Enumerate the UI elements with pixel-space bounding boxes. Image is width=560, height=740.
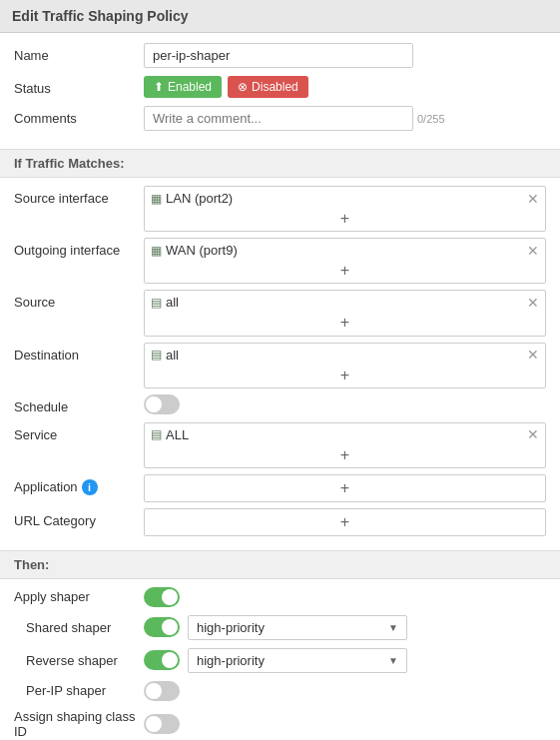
source-interface-value: LAN (port2) (166, 191, 523, 206)
page-title: Edit Traffic Shaping Policy (0, 0, 560, 33)
reverse-shaper-toggle[interactable] (144, 650, 180, 670)
service-remove[interactable]: ✕ (527, 427, 539, 441)
reverse-shaper-label: Reverse shaper (14, 653, 144, 668)
application-info-icon[interactable]: i (82, 479, 98, 495)
source-value: all (166, 295, 523, 310)
reverse-shaper-value: high-priority (197, 653, 265, 668)
then-header: Then: (0, 550, 560, 579)
apply-shaper-label: Apply shaper (14, 589, 144, 604)
url-category-label: URL Category (14, 508, 144, 528)
service-box: ▤ ALL ✕ + (144, 422, 546, 468)
application-add[interactable]: + (151, 478, 539, 497)
if-traffic-header: If Traffic Matches: (0, 149, 560, 178)
apply-shaper-toggle[interactable] (144, 587, 180, 607)
source-interface-box: ▦ LAN (port2) ✕ + (144, 186, 546, 232)
destination-add[interactable]: + (151, 366, 539, 384)
enabled-up-icon: ⬆ (154, 80, 164, 94)
schedule-toggle[interactable] (144, 394, 180, 414)
shared-shaper-arrow-icon: ▼ (388, 622, 398, 633)
shared-shaper-label: Shared shaper (14, 620, 144, 635)
comments-label: Comments (14, 106, 144, 126)
enabled-button[interactable]: ⬆ Enabled (144, 76, 222, 98)
comments-input[interactable] (144, 106, 413, 131)
outgoing-interface-box: ▦ WAN (port9) ✕ + (144, 238, 546, 284)
source-interface-remove[interactable]: ✕ (527, 192, 539, 206)
name-input[interactable] (144, 43, 413, 68)
assign-shaping-toggle[interactable] (144, 714, 180, 734)
application-box: + (144, 474, 546, 502)
name-label: Name (14, 43, 144, 63)
schedule-label: Schedule (14, 394, 144, 414)
reverse-shaper-arrow-icon: ▼ (388, 655, 398, 666)
shared-shaper-value: high-priority (197, 620, 265, 635)
outgoing-interface-add[interactable]: + (151, 261, 539, 280)
source-box: ▤ all ✕ + (144, 290, 546, 336)
destination-remove[interactable]: ✕ (527, 348, 539, 362)
url-category-add[interactable]: + (151, 512, 539, 531)
status-label: Status (14, 76, 144, 96)
source-add[interactable]: + (151, 313, 539, 332)
assign-shaping-label: Assign shaping class ID (14, 709, 144, 739)
reverse-shaper-dropdown[interactable]: high-priority ▼ (188, 648, 407, 673)
source-interface-icon: ▦ (151, 192, 162, 206)
service-icon: ▤ (151, 427, 162, 441)
source-interface-add[interactable]: + (151, 209, 539, 228)
char-count: 0/255 (417, 113, 445, 125)
outgoing-interface-remove[interactable]: ✕ (527, 244, 539, 258)
service-add[interactable]: + (151, 445, 539, 464)
outgoing-interface-label: Outgoing interface (14, 238, 144, 258)
source-interface-label: Source interface (14, 186, 144, 206)
destination-box: ▤ all ✕ + (144, 343, 546, 388)
url-category-box: + (144, 508, 546, 536)
application-label: Application (14, 479, 78, 494)
disabled-icon: ⊗ (238, 80, 248, 94)
outgoing-interface-icon: ▦ (151, 244, 162, 258)
per-ip-shaper-toggle[interactable] (144, 681, 180, 701)
source-label: Source (14, 290, 144, 310)
disabled-label: Disabled (252, 80, 298, 94)
destination-label: Destination (14, 343, 144, 363)
per-ip-shaper-label: Per-IP shaper (14, 683, 144, 698)
disabled-button[interactable]: ⊗ Disabled (228, 76, 308, 98)
shared-shaper-toggle[interactable] (144, 617, 180, 637)
destination-icon: ▤ (151, 348, 162, 362)
service-value: ALL (166, 427, 523, 442)
enabled-label: Enabled (168, 80, 212, 94)
destination-value: all (166, 348, 523, 363)
source-icon: ▤ (151, 296, 162, 310)
outgoing-interface-value: WAN (port9) (166, 243, 523, 258)
service-label: Service (14, 422, 144, 442)
shared-shaper-dropdown[interactable]: high-priority ▼ (188, 615, 407, 640)
source-remove[interactable]: ✕ (527, 296, 539, 310)
